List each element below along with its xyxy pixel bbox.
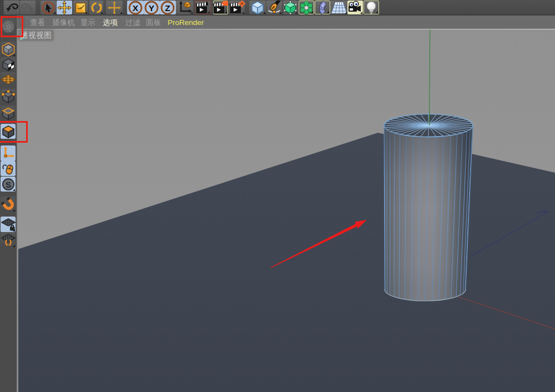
svg-text:S: S (5, 179, 11, 189)
svg-text:Y: Y (149, 3, 155, 12)
svg-text:Z: Z (165, 3, 171, 12)
svg-text:X: X (133, 3, 139, 12)
